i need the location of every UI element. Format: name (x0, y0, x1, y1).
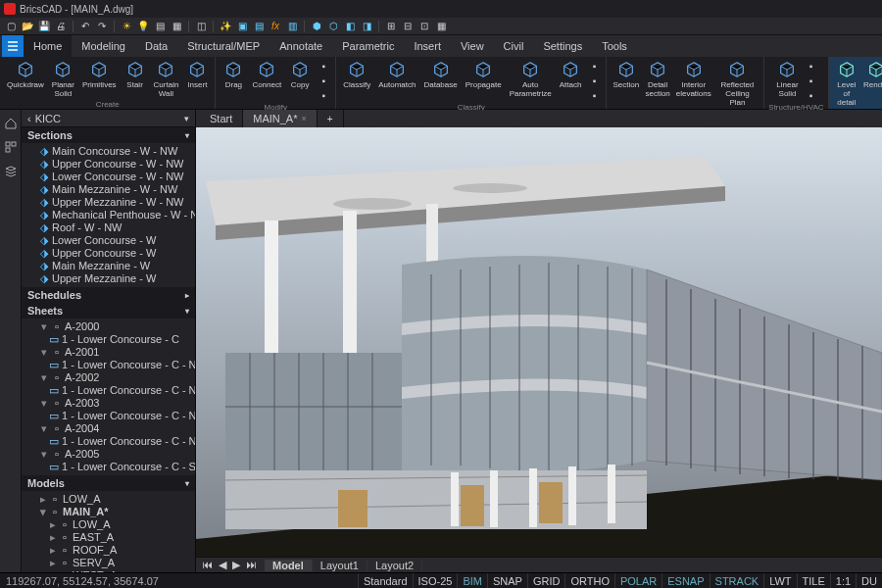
expand-icon[interactable]: ▸ (39, 495, 47, 505)
model-item[interactable]: ▸▫SERV_A (22, 557, 195, 569)
status-iso25[interactable]: ISO-25 (413, 573, 458, 588)
status-snap[interactable]: SNAP (487, 573, 527, 588)
qat-grid1-icon[interactable]: ⊞ (384, 20, 398, 33)
ribbon-small-icon[interactable]: ▪ (316, 88, 331, 102)
ribbon-small-icon[interactable]: ▪ (586, 59, 602, 73)
section-item[interactable]: ⬗Upper Concourse - W - NW (22, 158, 195, 171)
ribbon-interior-button[interactable]: Interior elevations (674, 59, 713, 99)
ribbon-section-button[interactable]: Section (611, 59, 641, 90)
sections-header[interactable]: Sections▾ (22, 127, 195, 143)
expand-icon[interactable]: ▾ (39, 450, 49, 460)
model-item[interactable]: ▸▫ROOF_A (22, 544, 195, 557)
qat-redo-icon[interactable]: ↷ (95, 20, 109, 33)
sheet-child[interactable]: ▭1 - Lower Concourse - C (22, 333, 195, 346)
layout-prev-icon[interactable]: ◀ (217, 559, 228, 571)
ribbon-detail-button[interactable]: Detail section (643, 59, 672, 99)
menu-civil[interactable]: Civil (494, 35, 534, 57)
status-strack[interactable]: STRACK (710, 573, 764, 588)
sheets-header[interactable]: Sheets▾ (22, 303, 195, 318)
status-standard[interactable]: Standard (358, 573, 413, 588)
ribbon-attach-button[interactable]: Attach (557, 59, 585, 90)
sheet-item[interactable]: ▾▫A-2000 (22, 320, 195, 333)
menu-insert[interactable]: Insert (404, 35, 451, 57)
qat-tool3-icon[interactable]: ▥ (285, 20, 299, 33)
ribbon-quickdraw-button[interactable]: Quickdraw (4, 59, 47, 90)
sheet-item[interactable]: ▾▫A-2003 (22, 397, 195, 410)
close-icon[interactable]: × (301, 114, 306, 123)
dropdown-icon[interactable]: ▾ (184, 114, 189, 123)
layout-last-icon[interactable]: ⏭ (244, 559, 259, 571)
ribbon-connect-button[interactable]: Connect (249, 59, 284, 90)
section-item[interactable]: ⬗Upper Mezzanine - W - NW (22, 196, 195, 209)
status-esnap[interactable]: ESNAP (662, 573, 709, 588)
menu-annotate[interactable]: Annotate (270, 35, 332, 57)
layout-tab[interactable]: Layout1 (313, 560, 368, 571)
section-item[interactable]: ⬗Roof - W - NW (22, 221, 195, 234)
section-item[interactable]: ⬗Mechanical Penthouse - W - NW (22, 209, 195, 221)
qat-grid3-icon[interactable]: ⊡ (417, 20, 431, 33)
layout-first-icon[interactable]: ⏮ (200, 559, 215, 571)
ribbon-propagate-button[interactable]: Propagate (463, 59, 505, 90)
sheet-child[interactable]: ▭1 - Lower Concourse - C - NE - NE (22, 384, 195, 397)
project-header[interactable]: ‹KICC ▾ (22, 110, 195, 127)
ribbon-planar-button[interactable]: Planar Solid (49, 59, 77, 99)
doc-tab[interactable]: MAIN_A*× (243, 110, 318, 127)
sheet-child[interactable]: ▭1 - Lower Concourse - C - SW (22, 461, 195, 473)
section-item[interactable]: ⬗Lower Concourse - W - NW (22, 171, 195, 183)
sheet-child[interactable]: ▭1 - Lower Concourse - C - NE - SE (22, 435, 195, 448)
qat-tool1-icon[interactable]: ▣ (235, 20, 249, 33)
status-du[interactable]: DU (856, 573, 882, 588)
menu-structuralmep[interactable]: Structural/MEP (177, 35, 270, 57)
menu-tools[interactable]: Tools (592, 35, 637, 57)
qat-new-icon[interactable]: ▢ (4, 20, 18, 33)
ribbon-insert-button[interactable]: Insert (183, 59, 211, 90)
qat-display-icon[interactable]: ▦ (170, 20, 183, 33)
status-lwt[interactable]: LWT (763, 573, 796, 588)
expand-icon[interactable]: ▸ (49, 546, 57, 556)
ribbon-small-icon[interactable]: ▪ (804, 74, 819, 87)
menu-view[interactable]: View (451, 35, 494, 57)
models-header[interactable]: Models▾ (22, 475, 195, 491)
qat-undo-icon[interactable]: ↶ (78, 20, 92, 33)
rail-blocks-icon[interactable] (3, 139, 19, 155)
ribbon-linear-button[interactable]: Linear Solid (773, 59, 801, 99)
menu-modeling[interactable]: Modeling (72, 35, 135, 57)
expand-icon[interactable]: ▸ (49, 533, 57, 543)
section-item[interactable]: ⬗Main Concourse - W - NW (22, 145, 195, 158)
ribbon-auto-button[interactable]: Auto Parametrize (507, 59, 555, 99)
ribbon-small-icon[interactable]: ▪ (804, 88, 819, 102)
doc-tab[interactable]: Start (200, 110, 243, 127)
model-item[interactable]: ▸▫LOW_A (22, 518, 195, 531)
qat-bulb-icon[interactable]: 💡 (136, 20, 150, 33)
ribbon-small-icon[interactable]: ▪ (316, 59, 331, 73)
expand-icon[interactable]: ▾ (39, 399, 49, 409)
menu-data[interactable]: Data (135, 35, 177, 57)
layout-next-icon[interactable]: ▶ (230, 559, 242, 571)
section-item[interactable]: ⬗Main Mezzanine - W - NW (22, 183, 195, 196)
qat-workspace-icon[interactable]: ◫ (194, 20, 208, 33)
schedules-header[interactable]: Schedules▸ (22, 287, 195, 303)
ribbon-database-button[interactable]: Database (420, 59, 460, 90)
qat-tool2-icon[interactable]: ▤ (252, 20, 266, 33)
status-tile[interactable]: TILE (797, 573, 830, 588)
qat-sun-icon[interactable]: ☀ (120, 20, 133, 33)
qat-grid2-icon[interactable]: ⊟ (401, 20, 415, 33)
section-item[interactable]: ⬗Main Mezzanine - W (22, 260, 195, 272)
ribbon-primitives-button[interactable]: Primitives (79, 59, 120, 90)
expand-icon[interactable]: ▾ (39, 424, 49, 434)
ribbon-reflected-button[interactable]: Reflected Ceiling Plan (715, 59, 760, 108)
ribbon-level-button[interactable]: Level of detail (833, 59, 860, 108)
model-item[interactable]: ▸▫LOW_A (22, 493, 195, 506)
ribbon-classify-button[interactable]: Classify (340, 59, 373, 90)
menu-parametric[interactable]: Parametric (332, 35, 404, 57)
qat-wand-icon[interactable]: ✨ (219, 20, 232, 33)
expand-icon[interactable]: ▾ (39, 508, 47, 517)
ribbon-small-icon[interactable]: ▪ (804, 59, 819, 73)
section-item[interactable]: ⬗Upper Concourse - W (22, 247, 195, 260)
ribbon-small-icon[interactable]: ▪ (586, 88, 602, 102)
status-bim[interactable]: BIM (457, 573, 487, 588)
ribbon-curtain-button[interactable]: Curtain Wall (151, 59, 182, 99)
status-polar[interactable]: POLAR (614, 573, 662, 588)
ribbon-automatch-button[interactable]: Automatch (375, 59, 418, 90)
ribbon-copy-button[interactable]: Copy (286, 59, 314, 90)
